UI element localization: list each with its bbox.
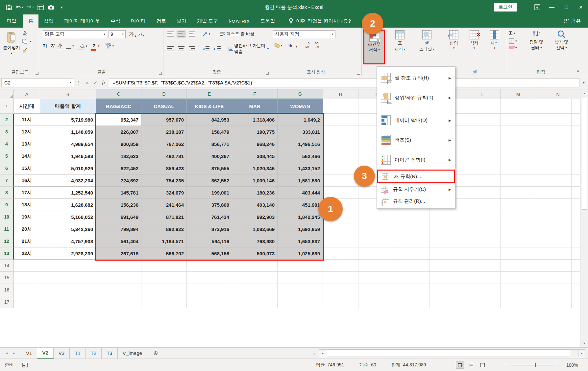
- cell[interactable]: 17시: [14, 187, 40, 199]
- cell[interactable]: 400,267: [187, 150, 232, 162]
- cell[interactable]: 12시: [14, 126, 40, 138]
- cell[interactable]: 403,444: [278, 187, 323, 199]
- merge-center-button[interactable]: 병합하고 가운데 맞춤 ▾: [227, 42, 270, 55]
- empty-cells[interactable]: [323, 272, 580, 284]
- customize-qat-icon[interactable]: ▾: [57, 3, 66, 12]
- empty-cell[interactable]: [14, 284, 40, 296]
- cell[interactable]: 1,318,406: [232, 114, 278, 126]
- column-header[interactable]: D: [141, 89, 187, 99]
- maximize-button[interactable]: □: [559, 0, 574, 14]
- borders-button[interactable]: ▾: [64, 43, 75, 49]
- sheet-tab-t2[interactable]: T2: [86, 348, 102, 359]
- zoom-slider-thumb[interactable]: [535, 363, 536, 367]
- tab-developer[interactable]: 개발 도구: [192, 14, 223, 28]
- cell[interactable]: 1,649,2: [278, 114, 323, 126]
- menu-item-highlight-cells-rules[interactable]: ≤> 셀 강조 규칙(H) ▶: [377, 68, 455, 88]
- empty-cell[interactable]: [96, 260, 141, 272]
- tell-me-box[interactable]: 어떤 작업을 원하시나요?: [289, 14, 351, 28]
- zoom-out-button[interactable]: −: [505, 362, 508, 368]
- italic-button[interactable]: 가: [49, 43, 55, 49]
- cell[interactable]: 562,466: [278, 150, 323, 162]
- row-header[interactable]: 4: [0, 138, 14, 150]
- row-header[interactable]: 17: [0, 296, 14, 308]
- empty-cell[interactable]: [96, 272, 141, 284]
- cell[interactable]: 1,184,571: [141, 235, 187, 247]
- decrease-font-icon[interactable]: 가▼: [138, 32, 145, 37]
- share-button[interactable]: 공유: [564, 14, 581, 28]
- ribbon-display-options-icon[interactable]: [530, 0, 545, 14]
- empty-cell[interactable]: [232, 284, 278, 296]
- close-button[interactable]: ×: [574, 0, 588, 14]
- cell-B1[interactable]: 매출액 합계: [40, 99, 96, 114]
- align-top-icon[interactable]: [166, 31, 175, 37]
- empty-cell[interactable]: [40, 260, 96, 272]
- row-header[interactable]: 1: [0, 99, 14, 114]
- sheet-tab-v1[interactable]: V1: [21, 348, 37, 359]
- empty-cell[interactable]: [187, 260, 232, 272]
- page-layout-view-button[interactable]: [467, 361, 476, 369]
- cut-icon[interactable]: [22, 30, 32, 35]
- cell[interactable]: 190,775: [232, 126, 278, 138]
- percent-style-button[interactable]: %: [288, 43, 292, 48]
- zoom-in-button[interactable]: +: [556, 362, 559, 368]
- formula-input[interactable]: =SUMIFS('T3'!$F:$F, 'T3'!$G:$G,'V2'!$A2,…: [109, 78, 579, 87]
- column-header[interactable]: G: [278, 89, 323, 99]
- phonetic-guide-button[interactable]: 내천川▾: [104, 42, 115, 50]
- cell[interactable]: 180,236: [232, 187, 278, 199]
- autosum-button[interactable]: Σ▾: [509, 30, 517, 36]
- cell[interactable]: 492,781: [141, 150, 187, 162]
- cell[interactable]: 856,771: [187, 138, 232, 150]
- row-header[interactable]: 14: [0, 260, 14, 272]
- cell-G1[interactable]: WOMAN: [278, 99, 323, 114]
- empty-cell[interactable]: [187, 296, 232, 308]
- cell-C1[interactable]: BAG&ACC: [96, 99, 141, 114]
- align-middle-icon[interactable]: [177, 31, 186, 37]
- empty-cell[interactable]: [40, 296, 96, 308]
- empty-cell[interactable]: [232, 260, 278, 272]
- sort-filter-button[interactable]: 정렬 및 필터▾: [524, 30, 549, 51]
- menu-item-clear-rules[interactable]: 규칙 지우기(C) ▶: [377, 183, 455, 195]
- clipboard-dialog-launcher-icon[interactable]: [36, 72, 38, 75]
- empty-cell[interactable]: [14, 296, 40, 308]
- row-header[interactable]: 13: [0, 247, 14, 260]
- empty-cells[interactable]: [323, 235, 580, 247]
- empty-cell[interactable]: [278, 260, 323, 272]
- empty-cells[interactable]: [323, 211, 580, 223]
- cell[interactable]: 871,821: [141, 211, 187, 223]
- sheet-tab-v2[interactable]: V2: [37, 348, 53, 359]
- cell[interactable]: 1,496,516: [278, 138, 323, 150]
- column-header[interactable]: L: [465, 89, 501, 99]
- horizontal-scroll-thumb[interactable]: [327, 350, 570, 357]
- cell[interactable]: 1,653,837: [278, 235, 323, 247]
- cell[interactable]: 451,981: [278, 199, 323, 211]
- collapse-ribbon-icon[interactable]: ∧: [576, 69, 579, 73]
- column-header[interactable]: M: [501, 89, 536, 99]
- cell[interactable]: 22시: [14, 247, 40, 260]
- cell[interactable]: 238,187: [141, 126, 187, 138]
- active-cell[interactable]: 952,347: [96, 114, 141, 126]
- empty-cell[interactable]: [278, 284, 323, 296]
- tab-page-layout[interactable]: 페이지 레이아웃: [59, 14, 105, 28]
- row-header[interactable]: 2: [0, 114, 14, 126]
- empty-cell[interactable]: [278, 296, 323, 308]
- camera-icon[interactable]: [47, 3, 55, 12]
- tab-view[interactable]: 보기: [171, 14, 192, 28]
- undo-icon[interactable]: ▾: [15, 3, 24, 12]
- bold-button[interactable]: 가: [43, 43, 47, 49]
- empty-cell[interactable]: [40, 284, 96, 296]
- font-color-button[interactable]: 가▾: [91, 42, 101, 50]
- fill-button[interactable]: ↓▾: [509, 38, 517, 44]
- tab-imatrix[interactable]: i-MATRIX: [223, 14, 255, 28]
- cell[interactable]: 1,628,682: [40, 199, 96, 211]
- align-left-icon[interactable]: [166, 46, 175, 52]
- cell[interactable]: 4,989,654: [40, 138, 96, 150]
- empty-cell[interactable]: [14, 272, 40, 284]
- cell[interactable]: 20시: [14, 223, 40, 235]
- cell[interactable]: 158,479: [187, 126, 232, 138]
- zoom-level[interactable]: 100%: [563, 362, 578, 368]
- row-header[interactable]: 15: [0, 272, 14, 284]
- new-sheet-icon[interactable]: ⊕: [147, 348, 164, 359]
- cell[interactable]: 403,140: [232, 199, 278, 211]
- horizontal-scrollbar[interactable]: ⋮ ◂: [312, 349, 579, 357]
- cell[interactable]: 1,148,059: [40, 126, 96, 138]
